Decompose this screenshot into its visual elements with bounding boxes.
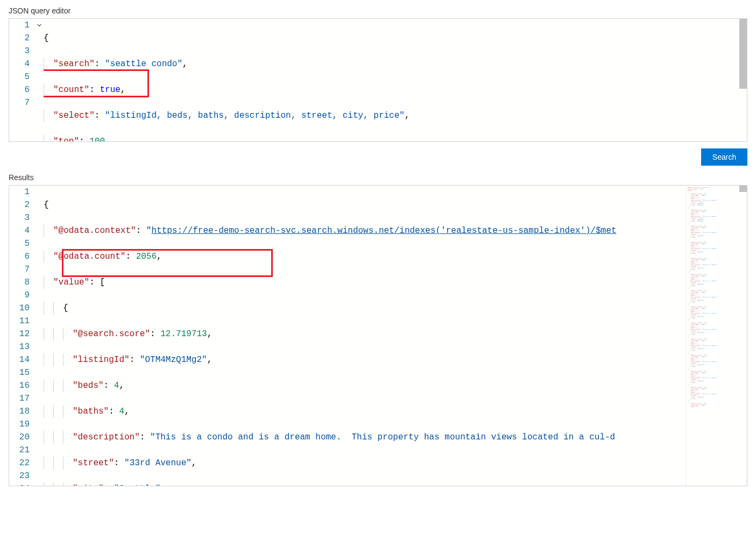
query-select-value: listingId, beds, baths, description, str… (110, 111, 400, 120)
odata-context-url[interactable]: https://free-demo-search-svc.search.wind… (151, 226, 616, 236)
result0-street: 33rd Avenue (130, 458, 187, 468)
query-code[interactable]: { "search": "seattle condo", "count": tr… (44, 19, 747, 141)
results-label: Results (9, 173, 747, 182)
query-top-value: 100 (89, 137, 105, 141)
query-search-value: seattle condo (110, 59, 178, 69)
query-gutter: 1 2 3 4 5 6 7 (9, 19, 44, 141)
query-editor-label: JSON query editor (9, 6, 747, 15)
fold-chevron-icon[interactable] (35, 19, 44, 32)
search-button[interactable]: Search (701, 148, 747, 166)
results-minimap[interactable]: "@odata.context": "https://..." "@odata.… (686, 186, 739, 486)
result0-beds: 4 (114, 381, 119, 390)
results-gutter: 1234 5678 9101112 13141516 17181920 2122… (9, 186, 44, 486)
query-editor[interactable]: 1 2 3 4 5 6 7 { "search": "seattle condo… (9, 18, 747, 142)
result0-baths: 4 (119, 407, 124, 416)
result0-city: Seattle (119, 484, 155, 486)
odata-count-value: 2056 (136, 252, 157, 261)
query-count-value: true (100, 85, 120, 95)
result0-score: 12.719713 (160, 329, 207, 339)
results-scrollbar[interactable] (739, 186, 747, 486)
results-editor[interactable]: 1234 5678 9101112 13141516 17181920 2122… (9, 185, 747, 486)
results-code[interactable]: { "@odata.context": "https://free-demo-s… (44, 186, 747, 486)
result0-listingid: OTM4MzQ1Mg2 (145, 355, 202, 365)
query-scrollbar[interactable] (739, 19, 747, 141)
result0-description: This is a condo and is a dream home. Thi… (156, 432, 616, 442)
